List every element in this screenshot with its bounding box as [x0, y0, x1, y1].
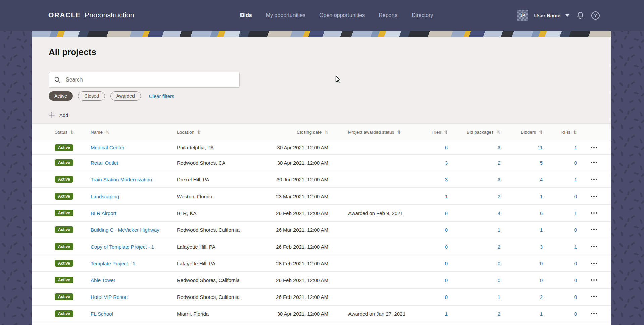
row-actions-menu[interactable] — [591, 179, 597, 180]
bid-packages-count-link[interactable]: 2 — [498, 160, 500, 166]
nav-bids[interactable]: Bids — [240, 12, 252, 18]
project-name-link[interactable]: Building C - McVicker Highway — [91, 227, 159, 233]
bid-packages-count-link[interactable]: 2 — [498, 311, 500, 317]
filter-chip-active[interactable]: Active — [49, 91, 73, 101]
bid-packages-count-link[interactable]: 0 — [498, 277, 500, 283]
files-count-link[interactable]: 0 — [445, 261, 448, 266]
column-header-files[interactable]: Files⇅ — [414, 130, 448, 135]
closing-date-cell: 30 Jun 2021, 12:00 AM — [277, 177, 328, 182]
rfis-count-link[interactable]: 1 — [574, 145, 577, 150]
status-badge: Active — [55, 310, 73, 317]
bid-packages-count-link[interactable]: 2 — [498, 244, 500, 250]
nav-my-opportunities[interactable]: My opportunities — [266, 12, 305, 18]
column-header-closing-date[interactable]: Closing date⇅ — [273, 130, 328, 135]
project-name-link[interactable]: Copy of Template Project - 1 — [91, 244, 154, 250]
rfis-count-link[interactable]: 1 — [574, 210, 577, 216]
location-cell: BLR, KA — [177, 210, 273, 216]
bidders-count-link[interactable]: 1 — [540, 194, 543, 199]
filter-chip-closed[interactable]: Closed — [78, 91, 105, 101]
row-actions-menu[interactable] — [591, 147, 597, 148]
project-name-link[interactable]: Hotel VIP Resort — [91, 294, 128, 300]
bidders-count-link[interactable]: 0 — [540, 277, 543, 283]
bid-packages-count-link[interactable]: 3 — [498, 145, 500, 150]
table-row: Active Template Project - 1 Lafayette Hi… — [32, 255, 611, 272]
row-actions-menu[interactable] — [591, 229, 597, 230]
nav-directory[interactable]: Directory — [412, 12, 433, 18]
row-actions-menu[interactable] — [591, 296, 597, 297]
bid-packages-count-link[interactable]: 1 — [498, 227, 500, 233]
files-count-link[interactable]: 0 — [445, 244, 448, 250]
rfis-count-link[interactable]: 1 — [574, 244, 577, 250]
row-actions-menu[interactable] — [591, 263, 597, 264]
project-name-link[interactable]: BLR Airport — [91, 210, 116, 216]
project-name-link[interactable]: Medical Center — [91, 145, 124, 150]
rfis-count-link[interactable]: 0 — [574, 294, 577, 300]
files-count-link[interactable]: 3 — [445, 160, 448, 166]
files-count-link[interactable]: 1 — [445, 194, 448, 199]
bidders-count-link[interactable]: 3 — [540, 244, 543, 250]
bid-packages-count-link[interactable]: 0 — [498, 261, 500, 266]
bid-packages-count-link[interactable]: 2 — [498, 194, 500, 199]
bidders-count-link[interactable]: 11 — [537, 145, 543, 150]
project-name-link[interactable]: Landscaping — [91, 194, 119, 199]
bidders-count-link[interactable]: 4 — [540, 177, 543, 182]
bid-packages-count-link[interactable]: 4 — [498, 210, 500, 216]
filter-chip-awarded[interactable]: Awarded — [110, 91, 141, 101]
table-row: Active Able Tower Redwood Shores, Califo… — [32, 272, 611, 289]
location-cell: Miami, Florida — [177, 311, 273, 317]
row-actions-menu[interactable] — [591, 313, 597, 314]
project-name-link[interactable]: Retail Outlet — [91, 160, 118, 166]
column-header-project-awarded-status[interactable]: Project awarded status⇅ — [348, 130, 414, 135]
project-name-link[interactable]: Able Tower — [91, 277, 115, 283]
clear-filters-link[interactable]: Clear filters — [149, 93, 174, 99]
bidders-count-link[interactable]: 1 — [540, 227, 543, 233]
row-actions-menu[interactable] — [591, 279, 597, 281]
files-count-link[interactable]: 6 — [445, 145, 448, 150]
bidders-count-link[interactable]: 5 — [540, 160, 543, 166]
files-count-link[interactable]: 0 — [445, 227, 448, 233]
rfis-count-link[interactable]: 1 — [574, 177, 577, 182]
rfis-count-link[interactable]: 0 — [574, 160, 577, 166]
files-count-link[interactable]: 1 — [445, 311, 448, 317]
column-header-rfis[interactable]: RFIs⇅ — [543, 130, 577, 135]
files-count-link[interactable]: 0 — [445, 277, 448, 283]
bidders-count-link[interactable]: 1 — [540, 311, 543, 317]
rfis-count-link[interactable]: 0 — [574, 311, 577, 317]
row-actions-menu[interactable] — [591, 246, 597, 247]
bid-packages-count-link[interactable]: 1 — [498, 294, 500, 300]
project-name-link[interactable]: Train Station Modernization — [91, 177, 152, 182]
files-count-link[interactable]: 8 — [445, 210, 448, 216]
rfis-count-link[interactable]: 0 — [574, 194, 577, 199]
notifications-bell-icon[interactable] — [576, 11, 585, 20]
avatar[interactable]: JP — [517, 10, 528, 21]
row-actions-menu[interactable] — [591, 212, 597, 214]
user-name[interactable]: User Name — [534, 13, 560, 18]
column-header-name[interactable]: Name⇅ — [91, 130, 177, 135]
column-header-bid-packages[interactable]: Bid packages⇅ — [448, 130, 500, 135]
nav-reports[interactable]: Reports — [379, 12, 397, 18]
bid-packages-count-link[interactable]: 3 — [498, 177, 500, 182]
files-count-link[interactable]: 3 — [445, 177, 448, 182]
help-icon[interactable]: ? — [591, 11, 600, 20]
search-input[interactable] — [65, 76, 234, 83]
column-header-bidders[interactable]: Bidders⇅ — [500, 130, 543, 135]
bidders-count-link[interactable]: 6 — [540, 210, 543, 216]
closing-date-cell: 28 Feb 2021, 12:00 AM — [276, 261, 328, 266]
bidders-count-link[interactable]: 0 — [540, 261, 543, 266]
location-cell: Philadelphia, PA — [177, 145, 273, 150]
rfis-count-link[interactable]: 0 — [574, 227, 577, 233]
rfis-count-link[interactable]: 0 — [574, 277, 577, 283]
mouse-cursor — [335, 76, 341, 84]
page-title: All projects — [49, 47, 96, 57]
row-actions-menu[interactable] — [591, 162, 597, 163]
project-name-link[interactable]: Template Project - 1 — [91, 261, 135, 266]
add-button[interactable]: Add — [49, 111, 68, 119]
column-header-status[interactable]: Status⇅ — [55, 130, 91, 135]
rfis-count-link[interactable]: 0 — [574, 261, 577, 266]
files-count-link[interactable]: 0 — [445, 294, 448, 300]
column-header-location[interactable]: Location⇅ — [177, 130, 273, 135]
nav-open-opportunities[interactable]: Open opportunities — [319, 12, 365, 18]
row-actions-menu[interactable] — [591, 196, 597, 197]
project-name-link[interactable]: FL School — [91, 311, 113, 317]
bidders-count-link[interactable]: 2 — [540, 294, 543, 300]
